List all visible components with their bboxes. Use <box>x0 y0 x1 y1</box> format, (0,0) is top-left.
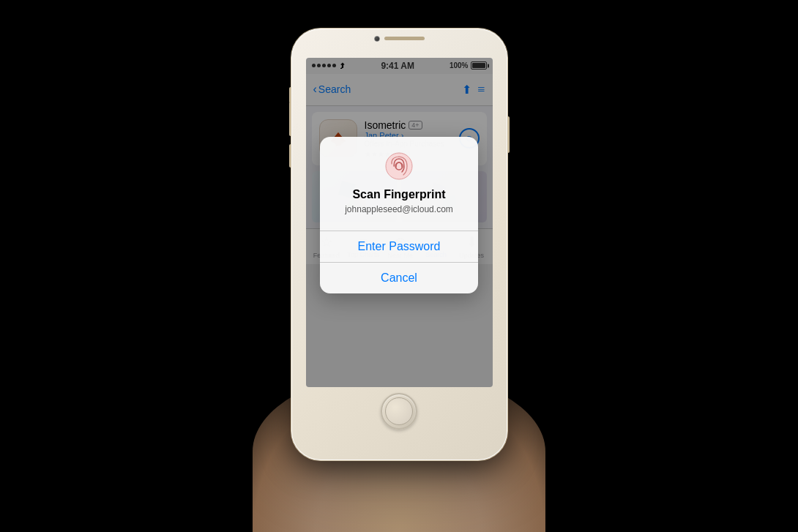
dialog-title: Scan Fingerprint <box>352 188 445 201</box>
dialog-content: Scan Fingerprint johnappleseed@icloud.co… <box>320 137 478 231</box>
dialog-overlay: Scan Fingerprint johnappleseed@icloud.co… <box>306 58 493 387</box>
top-area <box>291 29 507 45</box>
volume-up-button[interactable] <box>289 113 291 136</box>
camera-area <box>374 36 425 42</box>
cancel-button[interactable]: Cancel <box>320 263 478 293</box>
enter-password-button[interactable]: Enter Password <box>320 231 478 262</box>
home-button-inner <box>385 397 413 425</box>
fingerprint-icon <box>384 151 414 181</box>
earpiece <box>384 37 425 40</box>
home-button[interactable] <box>381 393 417 430</box>
iphone-screen: ⮭ 9:41 AM 100% ‹ Search ⬆ ≡ <box>306 58 493 387</box>
fingerprint-dialog: Scan Fingerprint johnappleseed@icloud.co… <box>320 137 478 293</box>
front-camera <box>374 36 380 42</box>
dialog-email: johnappleseed@icloud.com <box>345 204 453 214</box>
iphone-device: ⮭ 9:41 AM 100% ‹ Search ⬆ ≡ <box>291 29 507 460</box>
volume-down-button[interactable] <box>289 144 291 168</box>
mute-button[interactable] <box>289 87 291 103</box>
